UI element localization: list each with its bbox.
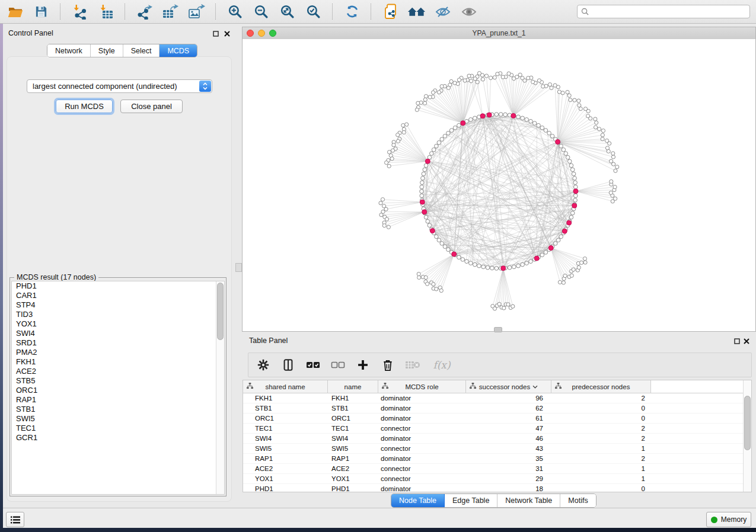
export-image-button[interactable] xyxy=(187,4,206,20)
table-cell[interactable] xyxy=(651,474,751,483)
table-cell[interactable]: YOX1 xyxy=(328,474,378,483)
table-scroll-thumb[interactable] xyxy=(744,396,751,450)
hide-details-button[interactable] xyxy=(433,4,452,20)
table-cell[interactable]: 2 xyxy=(551,434,651,443)
mcds-result-item[interactable]: SRD1 xyxy=(12,338,224,348)
optimization-criterion-select[interactable]: largest connected component (undirected) xyxy=(27,79,212,93)
table-cell[interactable]: ACE2 xyxy=(328,464,378,473)
table-cell[interactable]: 61 xyxy=(466,414,551,423)
column-header-mcds-role[interactable]: MCDS role xyxy=(378,380,466,393)
table-cell[interactable]: connector xyxy=(378,424,466,433)
zoom-fit-button[interactable] xyxy=(278,4,296,20)
table-cell[interactable]: RAP1 xyxy=(328,454,378,463)
zoom-out-button[interactable] xyxy=(252,4,270,20)
mcds-result-item[interactable]: YOX1 xyxy=(12,319,224,329)
table-cell[interactable]: PHD1 xyxy=(243,484,328,492)
export-network-button[interactable] xyxy=(135,4,154,20)
column-header-shared-name[interactable]: shared name xyxy=(243,380,328,393)
share-document-button[interactable] xyxy=(381,4,400,20)
table-cell[interactable]: ACE2 xyxy=(243,464,328,473)
mcds-result-item[interactable]: STB1 xyxy=(12,405,224,414)
table-cell[interactable]: dominator xyxy=(378,484,466,492)
show-details-button[interactable] xyxy=(460,4,478,20)
table-row[interactable]: ACE2ACE2connector311 xyxy=(243,464,751,474)
column-header-successor-nodes[interactable]: successor nodes xyxy=(466,380,551,393)
table-row[interactable]: FKH1FKH1dominator962 xyxy=(243,393,751,403)
table-cell[interactable]: STB1 xyxy=(328,403,378,413)
mcds-result-item[interactable]: GCR1 xyxy=(12,433,224,443)
import-network-button[interactable] xyxy=(71,4,89,20)
table-cell[interactable] xyxy=(651,414,751,423)
panel-divider-handle[interactable] xyxy=(235,263,242,272)
table-cell[interactable] xyxy=(651,393,751,403)
table-cell[interactable]: 1 xyxy=(551,474,651,483)
mcds-result-item[interactable]: TID3 xyxy=(12,310,224,319)
table-row[interactable]: SWI4SWI4dominator462 xyxy=(243,434,751,444)
table-cell[interactable]: PHD1 xyxy=(328,484,378,492)
tab-node-table[interactable]: Node Table xyxy=(391,494,445,507)
network-window-titlebar[interactable]: YPA_prune.txt_1 xyxy=(243,27,755,40)
open-session-button[interactable] xyxy=(6,4,24,20)
table-cell[interactable]: 46 xyxy=(466,434,551,443)
mcds-result-item[interactable]: TEC1 xyxy=(12,424,224,433)
mcds-result-item[interactable]: STP4 xyxy=(12,300,224,310)
table-row[interactable]: YOX1YOX1connector291 xyxy=(243,474,751,484)
tab-select[interactable]: Select xyxy=(123,44,160,57)
table-row[interactable]: ORC1ORC1dominator610 xyxy=(243,414,751,424)
export-table-button[interactable] xyxy=(161,4,180,20)
table-cell[interactable]: dominator xyxy=(378,434,466,443)
table-cell[interactable]: 0 xyxy=(551,414,651,423)
table-cell[interactable]: ORC1 xyxy=(328,414,378,423)
control-panel-close-button[interactable] xyxy=(223,30,231,38)
zoom-in-button[interactable] xyxy=(226,4,244,20)
mcds-result-item[interactable]: PHD1 xyxy=(12,281,224,291)
table-cell[interactable]: STB1 xyxy=(243,403,328,413)
table-cell[interactable]: 18 xyxy=(466,484,551,492)
table-cell[interactable]: 47 xyxy=(466,424,551,433)
mcds-result-item[interactable]: STB5 xyxy=(12,376,224,386)
tab-edge-table[interactable]: Edge Table xyxy=(445,494,497,507)
table-cell[interactable]: 1 xyxy=(551,444,651,453)
table-cell[interactable]: ORC1 xyxy=(243,414,328,423)
select-all-button[interactable] xyxy=(305,357,321,373)
table-cell[interactable]: connector xyxy=(378,474,466,483)
table-cell[interactable] xyxy=(651,444,751,453)
table-row[interactable]: PHD1PHD1dominator180 xyxy=(243,484,751,492)
table-panel-close-button[interactable] xyxy=(742,337,751,345)
table-cell[interactable]: 2 xyxy=(551,393,651,403)
table-cell[interactable]: TEC1 xyxy=(328,424,378,433)
column-header-predecessor-nodes[interactable]: predecessor nodes xyxy=(551,380,651,393)
table-row[interactable]: STB1STB1dominator620 xyxy=(243,403,751,414)
tab-network-table[interactable]: Network Table xyxy=(497,494,560,507)
table-cell[interactable]: 43 xyxy=(466,444,551,453)
mcds-list-scroll-thumb[interactable] xyxy=(217,283,224,340)
tab-motifs[interactable]: Motifs xyxy=(560,494,595,507)
mcds-result-item[interactable]: SWI5 xyxy=(12,414,224,424)
delete-table-button[interactable] xyxy=(405,357,420,373)
mcds-list-scrollbar[interactable] xyxy=(216,281,224,494)
table-cell[interactable]: RAP1 xyxy=(243,454,328,463)
search-input[interactable] xyxy=(591,7,746,17)
mcds-result-item[interactable]: ACE2 xyxy=(12,367,224,376)
save-session-button[interactable] xyxy=(32,4,50,20)
table-cell[interactable]: dominator xyxy=(378,414,466,423)
table-cell[interactable]: 1 xyxy=(551,464,651,473)
mcds-result-item[interactable]: FKH1 xyxy=(12,357,224,367)
table-cell[interactable]: SWI5 xyxy=(328,444,378,453)
table-cell[interactable]: FKH1 xyxy=(243,393,328,403)
control-panel-float-button[interactable] xyxy=(212,30,220,38)
table-cell[interactable]: dominator xyxy=(378,403,466,413)
table-row[interactable]: TEC1TEC1connector472 xyxy=(243,424,751,434)
table-cell[interactable]: SWI4 xyxy=(243,434,328,443)
tab-network[interactable]: Network xyxy=(47,44,91,57)
mcds-result-item[interactable]: CAR1 xyxy=(12,291,224,300)
table-cell[interactable]: TEC1 xyxy=(243,424,328,433)
table-cell[interactable]: 35 xyxy=(466,454,551,463)
table-row[interactable]: RAP1RAP1dominator352 xyxy=(243,454,751,464)
table-panel-float-button[interactable] xyxy=(733,337,741,345)
table-settings-button[interactable] xyxy=(256,357,271,373)
table-cell[interactable]: 29 xyxy=(466,474,551,483)
column-header-name[interactable]: name xyxy=(328,380,378,393)
table-cell[interactable]: 31 xyxy=(466,464,551,473)
table-cell[interactable]: FKH1 xyxy=(328,393,378,403)
